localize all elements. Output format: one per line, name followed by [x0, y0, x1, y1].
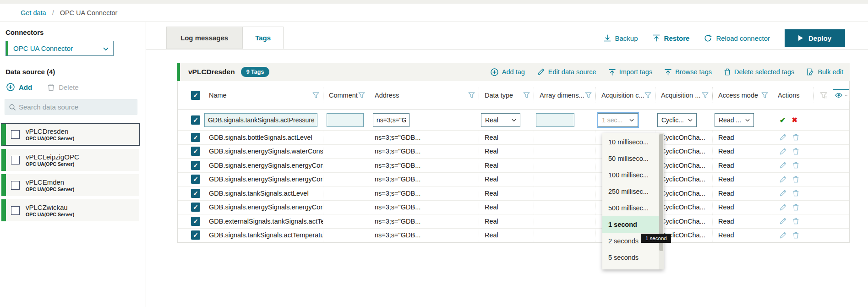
edit-tag-icon[interactable] — [780, 134, 786, 141]
cell-array-dimension — [534, 159, 596, 172]
dropdown-option[interactable]: 50 milliseco... — [602, 150, 659, 167]
data-source-name: vPLCZwickau — [26, 203, 74, 211]
column-header-data-type[interactable]: Data type — [479, 88, 534, 103]
reload-icon — [704, 34, 712, 42]
deploy-button[interactable]: Deploy — [785, 29, 845, 47]
reload-connector-button[interactable]: Reload connector — [704, 34, 770, 42]
import-tags-button[interactable]: Import tags — [609, 68, 653, 76]
filter-funnel-icon[interactable] — [358, 92, 365, 99]
delete-tag-icon[interactable] — [793, 218, 799, 225]
edit-tag-icon[interactable] — [780, 232, 786, 239]
connector-select[interactable]: OPC UA Connector — [5, 41, 114, 56]
row-checkbox[interactable] — [191, 147, 200, 156]
cell-comment — [323, 173, 369, 186]
data-source-actions: Add Delete — [6, 83, 146, 91]
cancel-edit-icon[interactable]: ✖ — [792, 116, 797, 125]
restore-button[interactable]: Restore — [653, 34, 690, 42]
dropdown-scrollbar[interactable] — [659, 133, 664, 269]
table-row: GDB.signals.bottleSignals.actLevel ns=3;… — [178, 131, 849, 145]
filter-funnel-icon[interactable] — [585, 92, 592, 99]
delete-data-source-button[interactable]: Delete — [48, 83, 78, 91]
filter-funnel-icon[interactable] — [702, 92, 709, 99]
cell-address: ns=3;s="GDB... — [369, 159, 479, 172]
column-visibility-button[interactable] — [833, 89, 849, 101]
row-checkbox[interactable] — [191, 175, 200, 184]
edit-data-type-select[interactable]: Real — [481, 113, 520, 127]
row-checkbox[interactable] — [191, 189, 200, 198]
browse-tags-button[interactable]: Browse tags — [665, 68, 712, 76]
tab-log-messages[interactable]: Log messages — [166, 27, 242, 49]
delete-tag-icon[interactable] — [793, 162, 799, 169]
edit-comment-input[interactable] — [327, 113, 364, 127]
connectors-label: Connectors — [5, 28, 146, 36]
data-source-checkbox[interactable] — [11, 156, 20, 164]
clear-filter-icon[interactable] — [820, 92, 827, 99]
search-data-source-box — [5, 99, 137, 115]
edit-address-input[interactable] — [373, 113, 409, 127]
edit-tag-icon[interactable] — [780, 218, 786, 225]
dropdown-option-selected[interactable]: 1 second — [602, 216, 659, 233]
column-header-address[interactable]: Address — [369, 88, 479, 103]
data-source-checkbox[interactable] — [11, 130, 20, 139]
data-source-item-vplcleipzigopc[interactable]: vPLCLeipzigOPC OPC UA(OPC Server) — [1, 149, 139, 171]
column-header-comment[interactable]: Comment — [323, 88, 369, 103]
filter-funnel-icon[interactable] — [468, 92, 475, 99]
edit-name-input[interactable] — [204, 113, 317, 127]
filter-funnel-icon[interactable] — [523, 92, 530, 99]
delete-tag-icon[interactable] — [793, 204, 799, 211]
data-source-checkbox[interactable] — [11, 181, 20, 190]
search-data-source-input[interactable] — [19, 103, 129, 111]
tab-tags[interactable]: Tags — [242, 27, 284, 49]
dropdown-option[interactable]: 5 seconds — [602, 249, 659, 266]
edit-data-source-button[interactable]: Edit data source — [537, 68, 596, 76]
data-source-checkbox[interactable] — [11, 206, 20, 215]
edit-tag-icon[interactable] — [780, 176, 786, 183]
select-all-checkbox[interactable] — [191, 91, 200, 100]
backup-button[interactable]: Backup — [604, 34, 638, 42]
filter-funnel-icon[interactable] — [644, 92, 651, 99]
row-checkbox[interactable] — [191, 161, 200, 170]
data-source-item-vplcdresden[interactable]: vPLCDresden OPC UA(OPC Server) — [1, 124, 139, 146]
delete-tag-icon[interactable] — [793, 232, 799, 239]
cell-address: ns=3;s="GDB... — [369, 145, 479, 159]
column-header-name[interactable]: Name — [203, 88, 323, 103]
delete-selected-tags-button[interactable]: Delete selected tags — [724, 68, 794, 76]
delete-tag-icon[interactable] — [793, 134, 799, 141]
dropdown-option[interactable]: 10 milliseco... — [602, 134, 659, 150]
row-checkbox[interactable] — [191, 133, 200, 142]
column-header-array-dimension[interactable]: Array dimens... — [534, 88, 596, 103]
edit-tag-icon[interactable] — [780, 190, 786, 197]
edit-acquisition-mode-select[interactable]: Cyclic... — [657, 113, 697, 127]
confirm-edit-icon[interactable]: ✔ — [780, 116, 786, 125]
delete-tag-icon[interactable] — [793, 176, 799, 183]
edit-tag-icon[interactable] — [780, 204, 786, 211]
edit-acquisition-cycle-select[interactable]: 1 sec... — [598, 113, 638, 127]
edit-array-dimension-input[interactable] — [536, 113, 574, 127]
edit-tag-icon[interactable] — [780, 148, 786, 155]
cell-data-type: Real — [479, 214, 534, 228]
add-tag-button[interactable]: Add tag — [491, 68, 525, 76]
column-header-access-mode[interactable]: Access mode — [713, 88, 772, 103]
bulk-edit-button[interactable]: Bulk edit — [807, 68, 843, 76]
column-header-acquisition-mode[interactable]: Acquisition ... — [655, 88, 713, 103]
row-checkbox[interactable] — [191, 115, 200, 125]
edit-access-mode-select[interactable]: Read ... — [715, 113, 754, 127]
dropdown-option[interactable]: 100 millisec... — [602, 167, 659, 183]
add-data-source-button[interactable]: Add — [6, 83, 32, 91]
breadcrumb-get-data-link[interactable]: Get data — [21, 9, 46, 16]
filter-funnel-icon[interactable] — [761, 92, 768, 99]
delete-tag-icon[interactable] — [793, 148, 799, 155]
row-checkbox[interactable] — [191, 203, 200, 212]
data-source-item-vplczwickau[interactable]: vPLCZwickau OPC UA(OPC Server) — [1, 199, 139, 221]
filter-funnel-icon[interactable] — [312, 92, 319, 99]
data-source-item-vplcemden[interactable]: vPLCEmden OPC UA(OPC Server) — [1, 174, 139, 196]
row-checkbox[interactable] — [191, 230, 200, 240]
row-checkbox[interactable] — [191, 217, 200, 226]
cell-access-mode: Read — [713, 131, 772, 144]
cell-comment — [323, 131, 369, 144]
dropdown-option[interactable]: 500 millisec... — [602, 200, 659, 216]
column-header-acquisition-cycle[interactable]: Acquisition c... — [596, 88, 655, 103]
dropdown-option[interactable]: 250 millisec... — [602, 183, 659, 200]
edit-tag-icon[interactable] — [780, 162, 786, 169]
delete-tag-icon[interactable] — [793, 190, 799, 197]
